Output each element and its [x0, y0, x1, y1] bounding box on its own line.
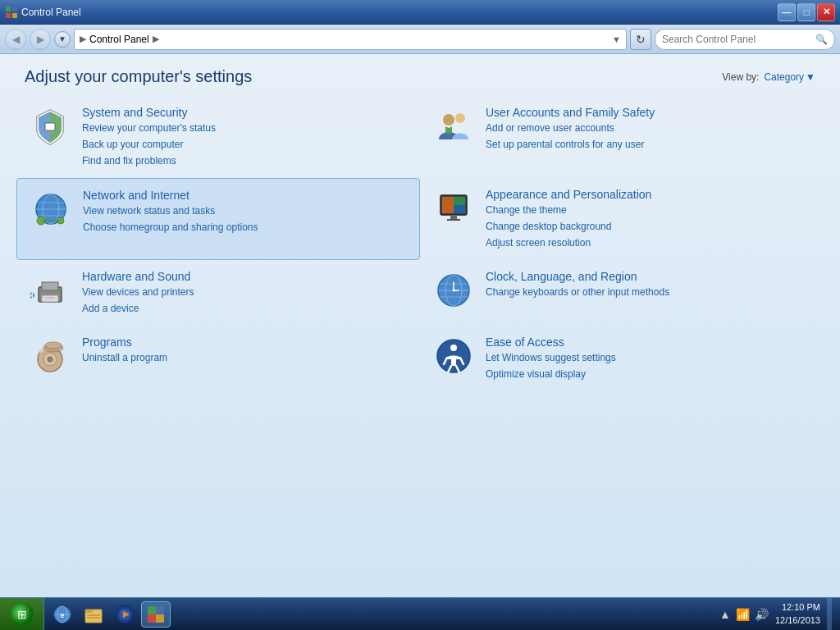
content-header: Adjust your computer's settings View by:…	[0, 54, 840, 96]
ease-access-text: Ease of Access Let Windows suggest setti…	[486, 336, 616, 381]
svg-rect-2	[6, 13, 11, 18]
svg-text:e: e	[60, 611, 64, 619]
category-system-security[interactable]: System and Security Review your computer…	[16, 96, 420, 178]
category-network-internet[interactable]: Network and Internet View network status…	[16, 178, 420, 260]
svg-rect-27	[45, 297, 55, 298]
clock-language-text: Clock, Language, and Region Change keybo…	[486, 270, 669, 299]
appearance-title[interactable]: Appearance and Personalization	[486, 188, 651, 201]
svg-rect-64	[148, 614, 156, 623]
taskbar-explorer-button[interactable]	[79, 601, 108, 628]
appearance-link-1[interactable]: Change the theme	[486, 203, 651, 217]
system-security-title[interactable]: System and Security	[82, 106, 216, 119]
start-button[interactable]: ⊞	[0, 598, 44, 631]
view-by-label: View by:	[722, 71, 759, 83]
close-button[interactable]: ✕	[817, 3, 835, 21]
svg-rect-58	[87, 617, 100, 619]
network-internet-title[interactable]: Network and Internet	[83, 189, 258, 202]
clock[interactable]: 12:10 PM 12/16/2013	[775, 601, 820, 627]
system-security-link-1[interactable]: Review your computer's status	[82, 121, 216, 135]
taskbar: ⊞ e	[0, 597, 840, 630]
svg-point-44	[450, 345, 457, 351]
minimize-button[interactable]: —	[778, 3, 796, 21]
page-title: Adjust your computer's settings	[25, 67, 252, 86]
taskbar-apps: e	[44, 598, 174, 631]
tray-arrow[interactable]: ▲	[719, 608, 731, 621]
path-dropdown-arrow[interactable]: ▼	[612, 34, 621, 44]
user-accounts-icon	[433, 106, 474, 147]
svg-point-42	[45, 342, 62, 349]
main-window: Adjust your computer's settings View by:…	[0, 54, 840, 597]
taskbar-mediaplayer-button[interactable]	[110, 601, 139, 628]
search-input[interactable]	[662, 34, 812, 45]
view-by-dropdown[interactable]: Category ▼	[764, 71, 815, 83]
category-hardware-sound[interactable]: Hardware and Sound View devices and prin…	[16, 260, 420, 326]
user-accounts-link-1[interactable]: Add or remove user accounts	[486, 121, 655, 135]
network-internet-link-2[interactable]: Choose homegroup and sharing options	[83, 220, 258, 235]
appearance-icon	[433, 188, 474, 229]
clock-time: 12:10 PM	[775, 601, 820, 614]
svg-point-29	[57, 289, 60, 292]
svg-rect-57	[87, 614, 100, 616]
svg-text:⊞: ⊞	[17, 608, 27, 621]
title-bar-left: Control Panel	[5, 6, 81, 19]
programs-link-1[interactable]: Uninstall a program	[82, 350, 167, 365]
svg-point-8	[455, 113, 465, 123]
svg-rect-45	[451, 356, 456, 366]
ease-access-link-2[interactable]: Optimize visual display	[486, 367, 616, 381]
svg-point-40	[48, 357, 52, 362]
start-orb: ⊞	[10, 602, 34, 627]
path-separator: ▶	[80, 34, 86, 44]
network-internet-text: Network and Internet View network status…	[83, 189, 258, 235]
address-path[interactable]: ▶ Control Panel ▶ ▼	[74, 29, 627, 50]
svg-rect-5	[47, 131, 53, 133]
clock-date: 12/16/2013	[775, 614, 820, 627]
search-box[interactable]: 🔍	[655, 29, 835, 50]
svg-rect-65	[156, 614, 164, 623]
svg-rect-0	[6, 7, 11, 11]
network-internet-link-1[interactable]: View network status and tasks	[83, 203, 258, 218]
clock-language-link-1[interactable]: Change keyboards or other input methods	[486, 285, 669, 299]
svg-point-7	[443, 114, 454, 126]
programs-icon	[30, 336, 71, 377]
maximize-button[interactable]: □	[797, 3, 815, 21]
user-accounts-title[interactable]: User Accounts and Family Safety	[486, 106, 655, 119]
user-accounts-link-2[interactable]: Set up parental controls for any user	[486, 137, 655, 152]
appearance-link-2[interactable]: Change desktop background	[486, 219, 651, 234]
taskbar-ie-button[interactable]: e	[48, 601, 77, 628]
category-programs[interactable]: Programs Uninstall a program	[16, 326, 420, 391]
hardware-sound-text: Hardware and Sound View devices and prin…	[82, 270, 194, 316]
recent-pages-button[interactable]: ▼	[54, 31, 71, 48]
forward-button[interactable]: ▶	[30, 29, 51, 50]
svg-rect-6	[46, 133, 54, 134]
network-tray-icon[interactable]: 📶	[736, 608, 750, 621]
hardware-sound-link-2[interactable]: Add a device	[82, 301, 194, 316]
category-appearance[interactable]: Appearance and Personalization Change th…	[420, 178, 824, 260]
taskbar-controlpanel-button[interactable]	[141, 601, 171, 628]
search-button[interactable]: 🔍	[815, 34, 828, 45]
sound-tray-icon[interactable]: 🔊	[755, 608, 769, 621]
view-by-arrow: ▼	[806, 71, 815, 83]
system-security-link-3[interactable]: Find and fix problems	[82, 153, 216, 168]
system-security-link-2[interactable]: Back up your computer	[82, 137, 216, 152]
clock-language-title[interactable]: Clock, Language, and Region	[486, 270, 669, 283]
ease-access-title[interactable]: Ease of Access	[486, 336, 616, 349]
category-user-accounts[interactable]: User Accounts and Family Safety Add or r…	[420, 96, 824, 178]
category-clock-language[interactable]: Clock, Language, and Region Change keybo…	[420, 260, 824, 326]
programs-title[interactable]: Programs	[82, 336, 167, 349]
view-by: View by: Category ▼	[722, 71, 815, 83]
appearance-link-3[interactable]: Adjust screen resolution	[486, 235, 651, 250]
view-by-value-text: Category	[764, 71, 804, 83]
window-icon	[5, 6, 18, 19]
user-accounts-text: User Accounts and Family Safety Add or r…	[486, 106, 655, 152]
path-control-panel: Control Panel	[89, 34, 149, 45]
hardware-sound-link-1[interactable]: View devices and printers	[82, 285, 194, 299]
title-bar: Control Panel — □ ✕	[0, 0, 840, 25]
svg-rect-25	[42, 282, 58, 290]
svg-rect-62	[148, 606, 156, 614]
hardware-sound-title[interactable]: Hardware and Sound	[82, 270, 194, 283]
back-button[interactable]: ◀	[5, 29, 26, 50]
refresh-button[interactable]: ↻	[630, 29, 651, 50]
ease-access-link-1[interactable]: Let Windows suggest settings	[486, 350, 616, 365]
category-ease-access[interactable]: Ease of Access Let Windows suggest setti…	[420, 326, 824, 391]
show-desktop-button[interactable]	[827, 598, 832, 631]
